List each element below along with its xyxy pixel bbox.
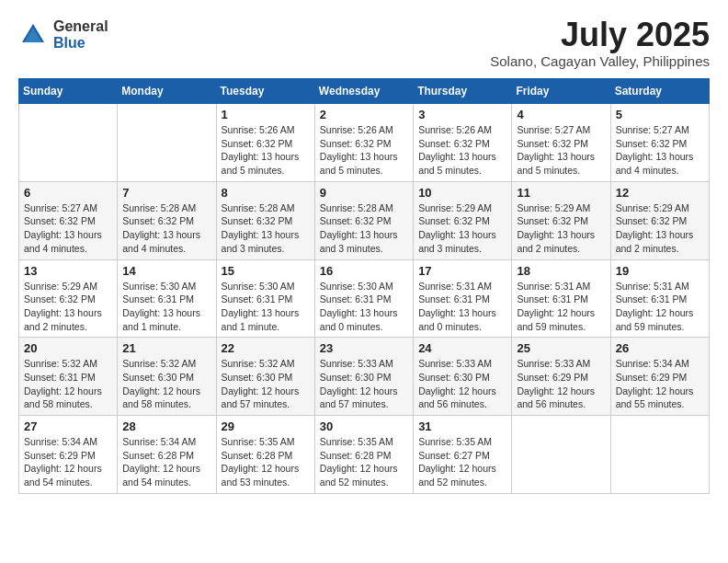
- calendar-week-row: 1Sunrise: 5:26 AMSunset: 6:32 PMDaylight…: [19, 104, 710, 182]
- calendar-cell: [19, 104, 118, 182]
- calendar-cell: 5Sunrise: 5:27 AMSunset: 6:32 PMDaylight…: [610, 104, 709, 182]
- day-info: Sunrise: 5:29 AMSunset: 6:32 PMDaylight:…: [616, 201, 704, 256]
- calendar-header-wednesday: Wednesday: [314, 79, 413, 104]
- calendar-header-sunday: Sunday: [19, 79, 118, 104]
- calendar-week-row: 13Sunrise: 5:29 AMSunset: 6:32 PMDayligh…: [19, 259, 710, 338]
- calendar-cell: 8Sunrise: 5:28 AMSunset: 6:32 PMDaylight…: [216, 181, 314, 259]
- day-info: Sunrise: 5:28 AMSunset: 6:32 PMDaylight:…: [122, 201, 210, 256]
- day-number: 10: [418, 186, 506, 200]
- day-info: Sunrise: 5:34 AMSunset: 6:28 PMDaylight:…: [122, 435, 210, 489]
- calendar-cell: 25Sunrise: 5:33 AMSunset: 6:29 PMDayligh…: [512, 338, 610, 416]
- day-info: Sunrise: 5:33 AMSunset: 6:30 PMDaylight:…: [320, 357, 408, 411]
- day-number: 8: [222, 186, 310, 200]
- day-number: 19: [616, 264, 704, 278]
- day-number: 5: [616, 108, 704, 121]
- calendar-cell: 27Sunrise: 5:34 AMSunset: 6:29 PMDayligh…: [19, 416, 118, 494]
- day-info: Sunrise: 5:26 AMSunset: 6:32 PMDaylight:…: [418, 123, 506, 178]
- calendar-cell: 22Sunrise: 5:32 AMSunset: 6:30 PMDayligh…: [216, 338, 314, 416]
- day-number: 25: [517, 341, 605, 355]
- day-info: Sunrise: 5:30 AMSunset: 6:31 PMDaylight:…: [122, 280, 210, 334]
- calendar-cell: 11Sunrise: 5:29 AMSunset: 6:32 PMDayligh…: [512, 181, 610, 259]
- day-info: Sunrise: 5:33 AMSunset: 6:29 PMDaylight:…: [517, 357, 605, 411]
- day-number: 7: [122, 186, 210, 200]
- page-header: General Blue July 2025 Solano, Cagayan V…: [18, 18, 710, 69]
- calendar-week-row: 27Sunrise: 5:34 AMSunset: 6:29 PMDayligh…: [19, 416, 710, 494]
- calendar-cell: 28Sunrise: 5:34 AMSunset: 6:28 PMDayligh…: [118, 416, 216, 494]
- day-info: Sunrise: 5:33 AMSunset: 6:30 PMDaylight:…: [418, 357, 506, 411]
- day-number: 18: [517, 264, 605, 278]
- day-info: Sunrise: 5:35 AMSunset: 6:28 PMDaylight:…: [222, 435, 310, 489]
- day-info: Sunrise: 5:30 AMSunset: 6:31 PMDaylight:…: [222, 280, 310, 334]
- calendar-cell: 7Sunrise: 5:28 AMSunset: 6:32 PMDaylight…: [118, 181, 216, 259]
- calendar-header-friday: Friday: [512, 79, 610, 104]
- calendar-cell: 1Sunrise: 5:26 AMSunset: 6:32 PMDaylight…: [216, 104, 314, 182]
- day-number: 16: [320, 264, 408, 278]
- calendar-week-row: 20Sunrise: 5:32 AMSunset: 6:31 PMDayligh…: [19, 338, 710, 416]
- day-number: 29: [222, 419, 310, 433]
- calendar-cell: 20Sunrise: 5:32 AMSunset: 6:31 PMDayligh…: [19, 338, 118, 416]
- logo: General Blue: [18, 18, 108, 51]
- logo-icon: [18, 20, 48, 50]
- day-info: Sunrise: 5:31 AMSunset: 6:31 PMDaylight:…: [616, 280, 704, 334]
- day-info: Sunrise: 5:30 AMSunset: 6:31 PMDaylight:…: [320, 280, 408, 334]
- day-number: 11: [517, 186, 605, 200]
- day-number: 17: [418, 264, 506, 278]
- day-info: Sunrise: 5:26 AMSunset: 6:32 PMDaylight:…: [222, 123, 310, 178]
- day-info: Sunrise: 5:32 AMSunset: 6:30 PMDaylight:…: [222, 357, 310, 411]
- day-number: 1: [222, 108, 310, 121]
- day-number: 20: [24, 341, 112, 355]
- day-number: 31: [418, 419, 506, 433]
- calendar-cell: 18Sunrise: 5:31 AMSunset: 6:31 PMDayligh…: [512, 259, 610, 338]
- day-info: Sunrise: 5:32 AMSunset: 6:31 PMDaylight:…: [24, 357, 112, 411]
- day-info: Sunrise: 5:34 AMSunset: 6:29 PMDaylight:…: [24, 435, 112, 489]
- day-info: Sunrise: 5:28 AMSunset: 6:32 PMDaylight:…: [222, 201, 310, 256]
- day-number: 24: [418, 341, 506, 355]
- day-number: 2: [320, 108, 408, 121]
- calendar-cell: 2Sunrise: 5:26 AMSunset: 6:32 PMDaylight…: [314, 104, 413, 182]
- day-number: 6: [24, 186, 112, 200]
- calendar-cell: 19Sunrise: 5:31 AMSunset: 6:31 PMDayligh…: [610, 259, 709, 338]
- day-info: Sunrise: 5:27 AMSunset: 6:32 PMDaylight:…: [517, 123, 605, 178]
- calendar-cell: 14Sunrise: 5:30 AMSunset: 6:31 PMDayligh…: [118, 259, 216, 338]
- logo-text: General Blue: [53, 18, 108, 51]
- day-info: Sunrise: 5:31 AMSunset: 6:31 PMDaylight:…: [517, 280, 605, 334]
- day-number: 21: [122, 341, 210, 355]
- calendar-cell: 17Sunrise: 5:31 AMSunset: 6:31 PMDayligh…: [414, 259, 512, 338]
- calendar-cell: [118, 104, 216, 182]
- day-number: 28: [122, 419, 210, 433]
- calendar-cell: 12Sunrise: 5:29 AMSunset: 6:32 PMDayligh…: [610, 181, 709, 259]
- day-number: 23: [320, 341, 408, 355]
- day-info: Sunrise: 5:35 AMSunset: 6:28 PMDaylight:…: [320, 435, 408, 489]
- calendar-cell: 4Sunrise: 5:27 AMSunset: 6:32 PMDaylight…: [512, 104, 610, 182]
- day-info: Sunrise: 5:34 AMSunset: 6:29 PMDaylight:…: [616, 357, 704, 411]
- calendar-cell: [512, 416, 610, 494]
- calendar-cell: [610, 416, 709, 494]
- calendar-cell: 13Sunrise: 5:29 AMSunset: 6:32 PMDayligh…: [19, 259, 118, 338]
- calendar-cell: 9Sunrise: 5:28 AMSunset: 6:32 PMDaylight…: [314, 181, 413, 259]
- day-info: Sunrise: 5:31 AMSunset: 6:31 PMDaylight:…: [418, 280, 506, 334]
- day-info: Sunrise: 5:26 AMSunset: 6:32 PMDaylight:…: [320, 123, 408, 178]
- day-number: 13: [24, 264, 112, 278]
- day-info: Sunrise: 5:28 AMSunset: 6:32 PMDaylight:…: [320, 201, 408, 256]
- calendar-week-row: 6Sunrise: 5:27 AMSunset: 6:32 PMDaylight…: [19, 181, 710, 259]
- location-title: Solano, Cagayan Valley, Philippines: [490, 53, 710, 69]
- calendar-cell: 24Sunrise: 5:33 AMSunset: 6:30 PMDayligh…: [414, 338, 512, 416]
- calendar-cell: 3Sunrise: 5:26 AMSunset: 6:32 PMDaylight…: [414, 104, 512, 182]
- calendar-header-row: SundayMondayTuesdayWednesdayThursdayFrid…: [19, 79, 710, 104]
- day-info: Sunrise: 5:29 AMSunset: 6:32 PMDaylight:…: [24, 280, 112, 334]
- day-number: 22: [222, 341, 310, 355]
- logo-general-text: General: [53, 18, 108, 35]
- day-info: Sunrise: 5:27 AMSunset: 6:32 PMDaylight:…: [24, 201, 112, 256]
- calendar-cell: 30Sunrise: 5:35 AMSunset: 6:28 PMDayligh…: [314, 416, 413, 494]
- logo-blue-text: Blue: [53, 35, 108, 52]
- month-title: July 2025: [490, 18, 710, 52]
- calendar-cell: 15Sunrise: 5:30 AMSunset: 6:31 PMDayligh…: [216, 259, 314, 338]
- day-info: Sunrise: 5:29 AMSunset: 6:32 PMDaylight:…: [418, 201, 506, 256]
- calendar-table: SundayMondayTuesdayWednesdayThursdayFrid…: [18, 78, 710, 494]
- day-info: Sunrise: 5:35 AMSunset: 6:27 PMDaylight:…: [418, 435, 506, 489]
- calendar-header-monday: Monday: [118, 79, 216, 104]
- day-number: 12: [616, 186, 704, 200]
- title-block: July 2025 Solano, Cagayan Valley, Philip…: [490, 18, 710, 69]
- calendar-cell: 26Sunrise: 5:34 AMSunset: 6:29 PMDayligh…: [610, 338, 709, 416]
- calendar-header-saturday: Saturday: [610, 79, 709, 104]
